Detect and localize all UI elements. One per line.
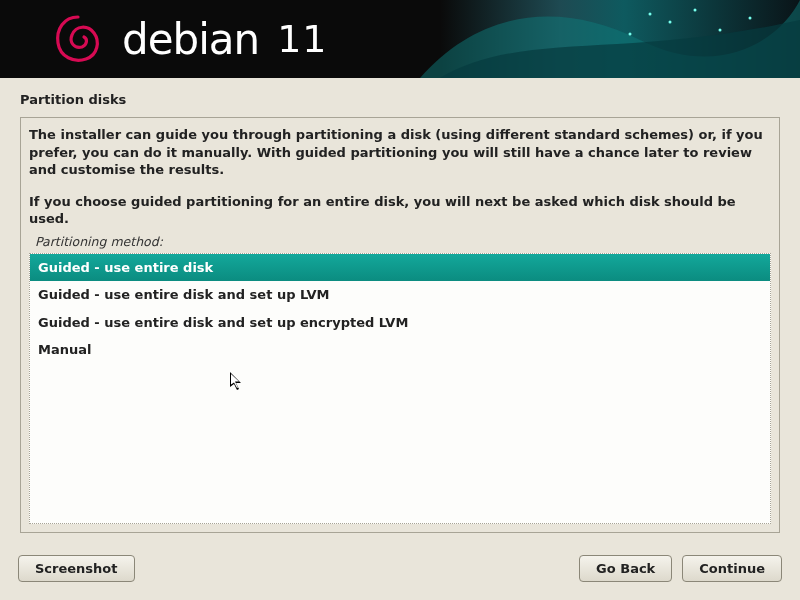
option-manual[interactable]: Manual (30, 336, 770, 364)
screenshot-button[interactable]: Screenshot (18, 555, 135, 582)
partitioning-method-label: Partitioning method: (29, 234, 771, 249)
banner-decoration (420, 0, 800, 78)
svg-point-2 (694, 9, 697, 12)
brand-name: debian (122, 15, 259, 64)
debian-swirl-icon (50, 11, 106, 67)
continue-button[interactable]: Continue (682, 555, 782, 582)
page-title: Partition disks (0, 78, 800, 117)
option-guided-lvm[interactable]: Guided - use entire disk and set up LVM (30, 281, 770, 309)
svg-point-4 (749, 17, 752, 20)
footer-buttons: Screenshot Go Back Continue (18, 555, 782, 582)
installer-banner: debian 11 (0, 0, 800, 78)
svg-point-1 (669, 21, 672, 24)
svg-point-5 (629, 33, 632, 36)
svg-point-3 (719, 29, 722, 32)
partitioning-options-list: Guided - use entire disk Guided - use en… (29, 253, 771, 524)
go-back-button[interactable]: Go Back (579, 555, 672, 582)
main-panel: The installer can guide you through part… (20, 117, 780, 533)
brand-version: 11 (277, 17, 327, 61)
option-guided-entire-disk[interactable]: Guided - use entire disk (30, 254, 770, 282)
help-text-primary: The installer can guide you through part… (29, 126, 771, 179)
help-text-secondary: If you choose guided partitioning for an… (29, 193, 771, 228)
option-guided-encrypted-lvm[interactable]: Guided - use entire disk and set up encr… (30, 309, 770, 337)
svg-point-0 (649, 13, 652, 16)
